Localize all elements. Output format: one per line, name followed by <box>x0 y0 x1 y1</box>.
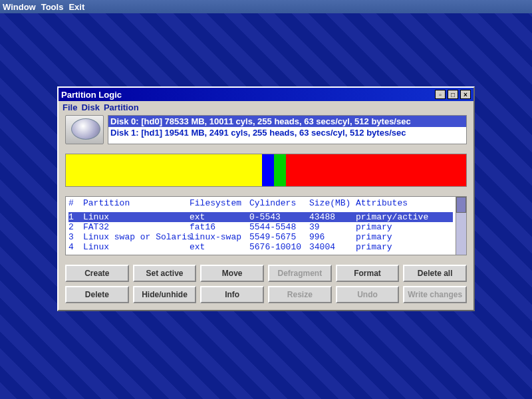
table-header: # Partition Filesystem Cylinders Size(MB… <box>68 198 453 208</box>
cell-fs: ext <box>190 242 249 252</box>
table-scrollbar[interactable] <box>456 196 467 255</box>
menu-tools[interactable]: Tools <box>41 2 64 12</box>
cell-fs: ext <box>190 212 249 222</box>
close-button[interactable]: × <box>460 90 471 99</box>
menu-window[interactable]: Window <box>3 2 36 12</box>
delete-button[interactable]: Delete <box>65 286 129 303</box>
cell-num: 2 <box>68 222 83 232</box>
cell-cyl: 0-5543 <box>249 212 309 222</box>
menu-exit[interactable]: Exit <box>68 2 84 12</box>
cell-size: 39 <box>309 222 356 232</box>
menu-partition[interactable]: Partition <box>104 102 139 112</box>
partition-map[interactable] <box>65 154 467 187</box>
maximize-button[interactable]: □ <box>448 90 458 99</box>
titlebar[interactable]: Partition Logic ▫ □ × <box>59 88 473 101</box>
scrollbar-thumb[interactable] <box>456 197 466 213</box>
cell-cyl: 5676-10010 <box>249 242 309 252</box>
move-button[interactable]: Move <box>200 265 264 282</box>
partition-map-segment[interactable] <box>286 154 466 186</box>
col-cyl: Cylinders <box>249 198 309 208</box>
button-bar: Create Set active Move Defragment Format… <box>65 265 467 303</box>
info-button[interactable]: Info <box>200 286 264 303</box>
app-menubar: File Disk Partition <box>59 101 473 114</box>
cell-num: 1 <box>68 212 83 222</box>
cell-cyl: 5549-5675 <box>249 232 309 242</box>
cell-fs: fat16 <box>190 222 249 232</box>
cell-part: Linux <box>83 212 190 222</box>
cell-fs: linux-swap <box>190 232 249 242</box>
harddisk-icon <box>65 115 104 144</box>
partition-map-segment[interactable] <box>66 154 262 186</box>
partition-table[interactable]: # Partition Filesystem Cylinders Size(MB… <box>65 196 456 255</box>
cell-attr: primary/active <box>356 212 449 222</box>
scrollbar-track[interactable] <box>456 213 466 255</box>
disk-list[interactable]: Disk 0: [hd0] 78533 MB, 10011 cyls, 255 … <box>108 115 467 144</box>
partition-map-segment[interactable] <box>274 154 286 186</box>
window-title: Partition Logic <box>61 90 122 100</box>
defragment-button: Defragment <box>268 265 332 282</box>
disk-row[interactable]: Disk 1: [hd1] 19541 MB, 2491 cyls, 255 h… <box>108 127 466 138</box>
format-button[interactable]: Format <box>336 265 400 282</box>
cell-size: 34004 <box>309 242 356 252</box>
cell-attr: primary <box>356 242 449 252</box>
set-active-button[interactable]: Set active <box>133 265 197 282</box>
col-part: Partition <box>83 198 190 208</box>
hide-unhide-button[interactable]: Hide/unhide <box>133 286 197 303</box>
col-num: # <box>68 198 83 208</box>
delete-all-button[interactable]: Delete all <box>403 265 467 282</box>
menu-file[interactable]: File <box>63 102 77 112</box>
create-button[interactable]: Create <box>65 265 129 282</box>
disk-row[interactable]: Disk 0: [hd0] 78533 MB, 10011 cyls, 255 … <box>108 116 466 127</box>
cell-size: 996 <box>309 232 356 242</box>
cell-cyl: 5544-5548 <box>249 222 309 232</box>
cell-num: 3 <box>68 232 83 242</box>
write-changes-button: Write changes <box>403 286 467 303</box>
cell-attr: primary <box>356 222 449 232</box>
minimize-button[interactable]: ▫ <box>435 90 446 99</box>
cell-part: Linux <box>83 242 190 252</box>
table-row[interactable]: 2FAT32fat165544-554839primary <box>68 222 453 232</box>
cell-num: 4 <box>68 242 83 252</box>
table-row[interactable]: 4Linuxext5676-1001034004primary <box>68 242 453 252</box>
cell-part: Linux swap or Solaris <box>83 232 190 242</box>
desktop-menubar: Window Tools Exit <box>0 0 532 13</box>
resize-button: Resize <box>268 286 332 303</box>
table-row[interactable]: 1Linuxext0-554343488primary/active <box>68 212 453 222</box>
col-attr: Attributes <box>356 198 449 208</box>
undo-button: Undo <box>336 286 400 303</box>
menu-disk[interactable]: Disk <box>81 102 99 112</box>
cell-attr: primary <box>356 232 449 242</box>
col-fs: Filesystem <box>190 198 249 208</box>
cell-part: FAT32 <box>83 222 190 232</box>
col-size: Size(MB) <box>309 198 356 208</box>
cell-size: 43488 <box>309 212 356 222</box>
partition-map-segment[interactable] <box>262 154 274 186</box>
table-row[interactable]: 3Linux swap or Solarislinux-swap5549-567… <box>68 232 453 242</box>
partition-logic-window: Partition Logic ▫ □ × File Disk Partitio… <box>57 86 475 311</box>
